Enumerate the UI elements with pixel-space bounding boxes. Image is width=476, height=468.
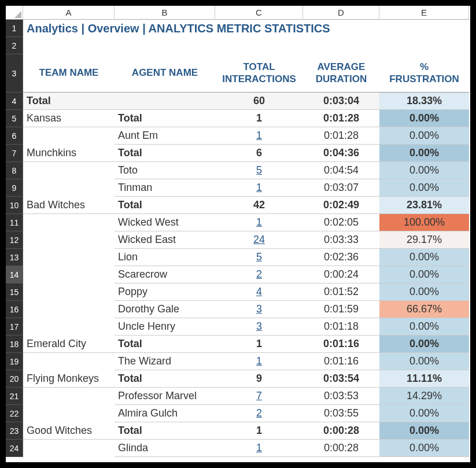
cell-frustration[interactable]: 29.17% [379,231,469,249]
cell-frustration[interactable]: 0.00% [379,179,469,197]
cell-team[interactable] [23,127,115,145]
cell-team[interactable] [23,405,115,422]
cell-frustration[interactable]: 14.29% [379,388,469,405]
cell-team[interactable]: Emerald City [23,336,115,353]
row-header-21[interactable]: 21 [6,388,23,405]
cell-duration[interactable]: 0:02:05 [303,214,379,231]
col-header-D[interactable]: D [303,6,379,20]
row-header-3[interactable]: 3 [6,54,23,93]
row-header-11[interactable]: 11 [6,214,23,231]
cell-interactions[interactable]: 1 [215,422,303,440]
cell-team[interactable]: Flying Monkeys [23,370,115,388]
cell-duration[interactable]: 0:01:16 [303,336,379,353]
cell-team[interactable] [23,318,115,336]
cell-interactions[interactable]: 7 [215,388,303,405]
cell-frustration[interactable]: 0.00% [379,145,469,162]
cell-frustration[interactable]: 18.33% [379,93,469,110]
cell-duration[interactable]: 0:00:24 [303,266,379,283]
empty-cell[interactable] [379,37,469,54]
cell-agent[interactable]: Wicked East [115,231,215,249]
interactions-link[interactable]: 2 [256,268,262,281]
interactions-link[interactable]: 7 [256,390,262,402]
row-header-22[interactable]: 22 [6,405,23,422]
interactions-link[interactable]: 3 [256,303,262,315]
row-header-20[interactable]: 20 [6,370,23,388]
row-header-9[interactable]: 9 [6,179,23,197]
empty-cell[interactable] [115,37,215,54]
cell-agent[interactable]: Lion [115,249,215,266]
row-header-16[interactable]: 16 [6,301,23,318]
header-average-duration[interactable]: AVERAGEDURATION [303,54,379,93]
col-header-A[interactable]: A [23,6,115,20]
interactions-link[interactable]: 5 [256,251,262,263]
cell-team[interactable] [23,162,115,179]
row-header-15[interactable]: 15 [6,283,23,301]
interactions-link[interactable]: 2 [256,407,262,419]
cell-interactions[interactable]: 42 [215,197,303,214]
cell-agent[interactable]: Total [115,370,215,388]
col-header-B[interactable]: B [115,6,215,20]
cell-duration[interactable]: 0:01:18 [303,318,379,336]
cell-interactions[interactable]: 1 [215,110,303,127]
cell-team[interactable] [23,388,115,405]
row-header-17[interactable]: 17 [6,318,23,336]
cell-frustration[interactable]: 100.00% [379,214,469,231]
cell-duration[interactable]: 0:01:59 [303,301,379,318]
interactions-link[interactable]: 1 [256,442,262,454]
empty-cell[interactable] [23,37,115,54]
select-all-corner[interactable] [6,6,23,20]
cell-duration[interactable]: 0:03:04 [303,93,379,110]
row-header-8[interactable]: 8 [6,162,23,179]
cell-interactions[interactable]: 3 [215,318,303,336]
cell-interactions[interactable]: 9 [215,370,303,388]
empty-cell[interactable] [215,37,303,54]
cell-team[interactable] [23,283,115,301]
cell-duration[interactable]: 0:01:52 [303,283,379,301]
cell-agent[interactable]: Poppy [115,283,215,301]
row-header-12[interactable]: 12 [6,231,23,249]
cell-agent[interactable]: Scarecrow [115,266,215,283]
row-header-1[interactable]: 1 [6,20,23,37]
cell-agent[interactable]: Total [115,336,215,353]
interactions-link[interactable]: 3 [256,320,262,333]
cell-team[interactable] [23,353,115,370]
cell-agent[interactable]: The Wizard [115,353,215,370]
cell-team[interactable] [23,179,115,197]
row-header-10[interactable]: 10 [6,197,23,214]
header-team-name[interactable]: TEAM NAME [23,54,115,93]
cell-frustration[interactable]: 0.00% [379,336,469,353]
cell-frustration[interactable]: 0.00% [379,162,469,179]
cell-frustration[interactable]: 0.00% [379,405,469,422]
row-header-14[interactable]: 14 [6,266,23,283]
cell-frustration[interactable]: 11.11% [379,370,469,388]
cell-frustration[interactable]: 0.00% [379,127,469,145]
row-header-7[interactable]: 7 [6,145,23,162]
cell-agent[interactable]: Dorothy Gale [115,301,215,318]
cell-agent[interactable]: Professor Marvel [115,388,215,405]
cell-duration[interactable]: 0:02:36 [303,249,379,266]
cell-frustration[interactable]: 66.67% [379,301,469,318]
cell-team[interactable] [23,301,115,318]
cell-duration[interactable]: 0:04:36 [303,145,379,162]
row-header-2[interactable]: 2 [6,37,23,54]
cell-agent[interactable]: Total [115,145,215,162]
row-header-13[interactable]: 13 [6,249,23,266]
cell-team[interactable]: Total [23,93,115,110]
cell-interactions[interactable]: 2 [215,405,303,422]
cell-frustration[interactable]: 0.00% [379,110,469,127]
cell-interactions[interactable]: 1 [215,440,303,457]
cell-frustration[interactable]: 0.00% [379,318,469,336]
cell-team[interactable] [23,214,115,231]
row-header-23[interactable]: 23 [6,422,23,440]
cell-interactions[interactable]: 6 [215,145,303,162]
cell-duration[interactable]: 0:03:53 [303,388,379,405]
header-frustration[interactable]: %FRUSTRATION [379,54,469,93]
header-agent-name[interactable]: AGENT NAME [115,54,215,93]
interactions-link[interactable]: 1 [256,182,262,194]
cell-frustration[interactable]: 23.81% [379,197,469,214]
cell-agent[interactable]: Total [115,197,215,214]
cell-duration[interactable]: 0:00:28 [303,422,379,440]
col-header-C[interactable]: C [215,6,303,20]
interactions-link[interactable]: 1 [256,216,262,229]
cell-interactions[interactable]: 24 [215,231,303,249]
